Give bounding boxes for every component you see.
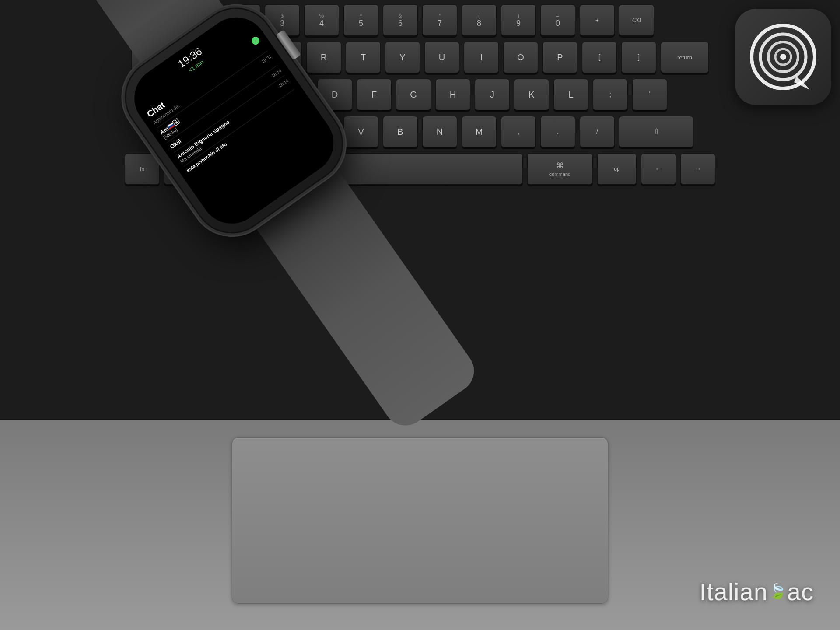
key-shift-right[interactable]: ⇧: [619, 116, 693, 147]
key-arrow-left[interactable]: ←: [641, 153, 676, 185]
key[interactable]: +: [580, 4, 615, 36]
key-row-qwerty: tab Q W E R T Y U I O P [ ] return: [0, 42, 840, 73]
key[interactable]: *7: [422, 4, 457, 36]
italiamac-leaf-icon: 🍃: [768, 582, 787, 600]
app-icon[interactable]: [735, 9, 831, 105]
key-p[interactable]: P: [542, 42, 578, 73]
key-i[interactable]: I: [464, 42, 499, 73]
key-y[interactable]: Y: [385, 42, 420, 73]
key-option-right[interactable]: op: [597, 153, 637, 185]
key[interactable]: .: [540, 116, 575, 147]
key-h[interactable]: H: [435, 79, 470, 110]
key-k[interactable]: K: [514, 79, 549, 110]
key-row-zxcv: ⇧ Z X C V B N M , . / ⇧: [0, 116, 840, 147]
key[interactable]: [: [582, 42, 617, 73]
chat-time-2: 18:14: [271, 68, 283, 78]
key[interactable]: =0: [540, 4, 575, 36]
key[interactable]: &6: [383, 4, 418, 36]
key-j[interactable]: J: [475, 79, 510, 110]
key-command-right[interactable]: ⌘ command: [527, 153, 593, 185]
key[interactable]: /: [580, 116, 615, 147]
key-row-bottom: fn ⌃ ctrl ⌥ alt ⌘ command ⌘ command op ←…: [0, 153, 840, 185]
key-space[interactable]: [326, 153, 523, 185]
key[interactable]: ;: [593, 79, 628, 110]
italiamac-logo-text-2: ac: [787, 578, 814, 606]
key-fn[interactable]: fn: [125, 153, 160, 185]
svg-point-4: [780, 54, 786, 60]
key[interactable]: ,: [501, 116, 536, 147]
key-t[interactable]: T: [346, 42, 381, 73]
key[interactable]: ': [632, 79, 667, 110]
key[interactable]: ⌫: [619, 4, 654, 36]
italiamac-logo-text: Italian: [699, 578, 767, 606]
italiamac-brand: Italian 🍃 ac: [699, 578, 814, 606]
key-u[interactable]: U: [424, 42, 459, 73]
key-m[interactable]: M: [462, 116, 497, 147]
key[interactable]: %4: [304, 4, 339, 36]
key[interactable]: ]: [621, 42, 656, 73]
key-r[interactable]: R: [306, 42, 341, 73]
key-o[interactable]: O: [503, 42, 538, 73]
key[interactable]: ^5: [343, 4, 378, 36]
key-n[interactable]: N: [422, 116, 457, 147]
trackpad[interactable]: [232, 438, 608, 604]
watch-status-icon: ✓: [250, 35, 261, 46]
app-icon-spiral: [748, 22, 818, 92]
key-b[interactable]: B: [383, 116, 418, 147]
key-return[interactable]: return: [661, 42, 709, 73]
key-arrow-right[interactable]: →: [680, 153, 715, 185]
key-g[interactable]: G: [396, 79, 431, 110]
key[interactable]: )9: [501, 4, 536, 36]
key-l[interactable]: L: [553, 79, 588, 110]
key-f[interactable]: F: [357, 79, 392, 110]
key[interactable]: (8: [462, 4, 497, 36]
key-v[interactable]: V: [343, 116, 378, 147]
